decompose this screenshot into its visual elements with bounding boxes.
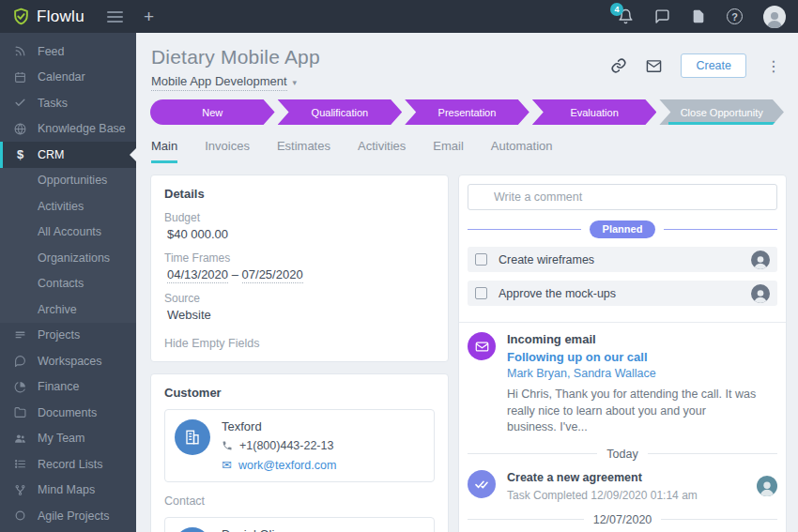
rows-icon — [13, 329, 27, 342]
notifications-bell-icon[interactable]: 4 — [618, 8, 634, 24]
details-title: Details — [164, 187, 435, 201]
pipeline-stages: New Qualification Presentation Evaluatio… — [150, 99, 784, 125]
tab-estimates[interactable]: Estimates — [277, 139, 330, 163]
shield-check-icon — [12, 8, 30, 25]
sidebar-item-projects[interactable]: Projects — [0, 323, 136, 349]
user-avatar[interactable] — [763, 6, 786, 28]
email-preview-text: Hi Chris, Thank you for attending the ca… — [507, 387, 777, 436]
contact-card[interactable]: Daniel Olivere +1-354-256-6452 ✉ daniel@… — [164, 517, 435, 532]
stage-new[interactable]: New — [150, 99, 275, 125]
planned-task-row[interactable]: Approve the mock-ups — [468, 281, 777, 306]
task-done-icon — [468, 470, 496, 498]
divider — [459, 322, 786, 323]
help-icon[interactable]: ? — [727, 8, 743, 24]
sidebar-item-record-lists[interactable]: Record Lists — [0, 451, 136, 478]
circle-icon — [13, 509, 27, 522]
stage-evaluation[interactable]: Evaluation — [532, 99, 657, 125]
avatar — [751, 251, 770, 269]
email-subject-link[interactable]: Following up on our call — [507, 350, 648, 364]
flowlu-logo[interactable]: Flowlu — [12, 8, 84, 26]
stage-presentation[interactable]: Presentation — [405, 99, 529, 125]
hide-empty-fields-link[interactable]: Hide Empty Fields — [164, 337, 435, 350]
send-email-icon[interactable] — [645, 58, 663, 74]
check-icon — [13, 97, 27, 109]
rss-icon — [13, 45, 27, 57]
company-name[interactable]: Texford — [222, 419, 336, 433]
avatar — [751, 284, 770, 303]
person-icon — [175, 527, 210, 532]
sidebar-item-activities[interactable]: Activities — [0, 193, 136, 220]
organization-icon — [175, 419, 210, 455]
pie-chart-icon — [13, 381, 27, 393]
budget-value: $40 000.00 — [164, 227, 435, 241]
contact-name[interactable]: Daniel Olivere — [222, 527, 343, 532]
tab-main[interactable]: Main — [151, 139, 177, 163]
avatar — [757, 476, 777, 496]
sidebar-item-finance[interactable]: Finance — [0, 374, 136, 401]
sidebar-item-feed[interactable]: Feed — [0, 38, 136, 65]
activity-feed-panel: Planned Create wireframes Approve the mo… — [458, 175, 787, 532]
contact-label: Contact — [164, 494, 435, 508]
sidebar-item-contacts[interactable]: Contacts — [0, 271, 136, 297]
company-phone: +1(800)443-22-13 — [239, 439, 333, 452]
incoming-email-item[interactable]: Incoming email Following up on our call … — [468, 332, 777, 444]
source-value: Website — [164, 308, 435, 322]
sidebar-item-my-team[interactable]: My Team — [0, 426, 136, 452]
globe-icon — [13, 123, 27, 135]
planned-badge: Planned — [590, 220, 656, 238]
sidebar-item-archive[interactable]: Archive — [0, 296, 136, 323]
sidebar-item-crm[interactable]: $ CRM — [0, 142, 136, 168]
sidebar-item-calendar[interactable]: Calendar — [0, 65, 136, 91]
details-panel: Details Budget $40 000.00 Time Frames 04… — [150, 175, 449, 362]
mail-icon: ✉ — [222, 458, 232, 472]
more-options-icon[interactable]: ⋮ — [764, 57, 783, 75]
documents-page-icon[interactable] — [691, 8, 706, 24]
tab-email[interactable]: Email — [433, 139, 464, 163]
sidebar-item-mind-maps[interactable]: Mind Maps — [0, 478, 136, 504]
sidebar-item-workspaces[interactable]: Workspaces — [0, 348, 136, 374]
comment-input[interactable] — [468, 184, 777, 210]
menu-hamburger-icon[interactable] — [107, 11, 123, 23]
phone-icon — [222, 440, 233, 451]
timeline-item-title: Create a new agreement — [507, 471, 745, 484]
tab-activities[interactable]: Activities — [358, 139, 406, 163]
company-email-link[interactable]: work@texford.com — [238, 459, 336, 472]
page-title: Dietary Mobile App — [151, 46, 320, 68]
sidebar-item-organizations[interactable]: Organizations — [0, 245, 136, 271]
sidebar-item-tasks[interactable]: Tasks — [0, 90, 136, 116]
stage-qualification[interactable]: Qualification — [278, 99, 403, 125]
email-participants[interactable]: Mark Bryan, Sandra Wallace — [507, 367, 777, 380]
dollar-icon: $ — [13, 147, 27, 161]
task-checkbox[interactable] — [475, 253, 487, 266]
tab-invoices[interactable]: Invoices — [205, 139, 250, 163]
pipeline-selector[interactable]: Mobile App Development ▾ — [151, 74, 297, 91]
timeframe-end-date[interactable]: 07/25/2020 — [242, 267, 303, 283]
sidebar-item-opportunities[interactable]: Opportunities — [0, 168, 136, 194]
planned-task-row[interactable]: Create wireframes — [468, 247, 777, 272]
sidebar-item-all-accounts[interactable]: All Accounts — [0, 220, 136, 246]
sidebar-item-knowledge-base[interactable]: Knowledge Base — [0, 116, 136, 143]
email-type-label: Incoming email — [507, 332, 777, 346]
sidebar: Feed Calendar Tasks Knowledge Base $ CRM… — [0, 33, 136, 532]
sidebar-item-agile-projects[interactable]: Agile Projects — [0, 503, 136, 529]
customer-title: Customer — [164, 386, 435, 400]
timeframe-start-date[interactable]: 04/13/2020 — [167, 267, 228, 283]
date-divider: 12/07/2020 — [468, 513, 777, 526]
company-card[interactable]: Texford +1(800)443-22-13 ✉ work@texford.… — [164, 409, 435, 482]
copy-link-icon[interactable] — [610, 57, 627, 74]
calendar-icon — [13, 71, 27, 84]
source-label: Source — [164, 292, 435, 305]
timeline-task-item[interactable]: Create a new agreement Task Completed 12… — [468, 470, 777, 509]
email-icon — [468, 332, 496, 360]
budget-label: Budget — [164, 211, 435, 224]
tab-automation[interactable]: Automation — [491, 139, 553, 163]
timeframes-label: Time Frames — [164, 251, 435, 265]
create-button[interactable]: Create — [681, 53, 746, 78]
sidebar-item-documents[interactable]: Documents — [0, 400, 136, 426]
chat-bubble-icon — [13, 355, 27, 367]
stage-close-opportunity[interactable]: Close Opportunity — [659, 99, 784, 125]
task-checkbox[interactable] — [475, 287, 487, 299]
people-icon — [13, 433, 27, 445]
quick-add-icon[interactable]: + — [144, 8, 154, 25]
messenger-icon[interactable] — [654, 8, 670, 24]
